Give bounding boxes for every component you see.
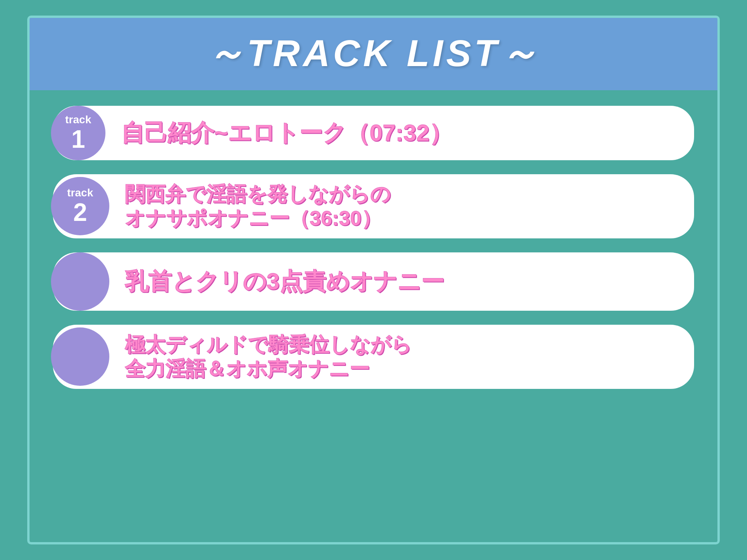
track-list: track 1 自己紹介~エロトーク（07:32） track 2 関西弁で淫語…	[30, 90, 717, 542]
track-text-3: 乳首とクリの3点責めオナニー	[109, 260, 694, 303]
track-badge-1: track 1	[51, 106, 105, 160]
track-row: track 1 自己紹介~エロトーク（07:32）	[53, 106, 694, 160]
track-number-1: 1	[71, 127, 85, 152]
main-container: ～TRACK LIST～ track 1 自己紹介~エロトーク（07:32） t…	[27, 16, 720, 544]
track-row: 乳首とクリの3点責めオナニー	[53, 252, 694, 311]
track-badge-4	[51, 327, 109, 386]
track-text-2: 関西弁で淫語を発しながらのオナサポオナニー（36:30）	[109, 174, 694, 238]
track-row: 極太ディルドで騎乗位しながら全力淫語＆オホ声オナニー	[53, 325, 694, 389]
track-label-2: track	[67, 187, 93, 198]
track-title-4: 極太ディルドで騎乗位しながら全力淫語＆オホ声オナニー	[125, 332, 412, 381]
header: ～TRACK LIST～	[30, 18, 717, 90]
page-title: ～TRACK LIST～	[30, 29, 717, 79]
track-row: track 2 関西弁で淫語を発しながらのオナサポオナニー（36:30）	[53, 174, 694, 238]
track-title-1: 自己紹介~エロトーク（07:32）	[121, 119, 453, 147]
track-label-1: track	[65, 114, 91, 125]
track-title-3: 乳首とクリの3点責めオナニー	[125, 268, 444, 296]
track-title-2: 関西弁で淫語を発しながらのオナサポオナニー（36:30）	[125, 182, 391, 231]
track-badge-2: track 2	[51, 177, 109, 235]
track-text-1: 自己紹介~エロトーク（07:32）	[105, 111, 694, 155]
track-text-4: 極太ディルドで騎乗位しながら全力淫語＆オホ声オナニー	[109, 325, 694, 389]
track-number-2: 2	[73, 200, 87, 225]
track-badge-3	[51, 252, 109, 311]
